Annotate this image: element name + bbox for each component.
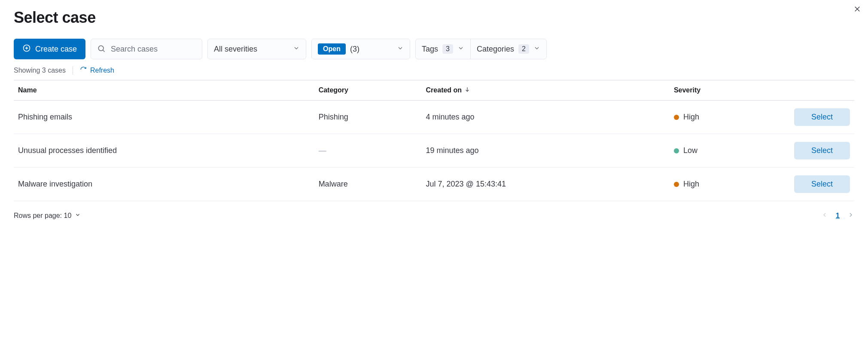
cell-name: Unusual processes identified	[14, 134, 314, 168]
tags-categories-filter: Tags 3 Categories 2	[415, 39, 547, 59]
col-created[interactable]: Created on	[422, 80, 670, 101]
col-created-label: Created on	[426, 86, 462, 94]
categories-filter[interactable]: Categories 2	[471, 39, 546, 59]
status-badge: Open	[318, 43, 346, 55]
categories-count-badge: 2	[518, 44, 529, 54]
col-severity[interactable]: Severity	[670, 80, 768, 101]
svg-point-5	[98, 46, 104, 51]
search-icon	[97, 44, 106, 54]
status-row: Showing 3 cases Refresh	[14, 66, 854, 75]
rows-per-page[interactable]: Rows per page: 10	[14, 212, 81, 220]
page-number[interactable]: 1	[836, 212, 840, 220]
severity-dot	[674, 148, 679, 153]
severity-label: High	[683, 113, 699, 122]
tags-count-badge: 3	[442, 44, 453, 54]
cases-table: Name Category Created on Severity Phishi…	[14, 80, 854, 201]
col-action	[768, 80, 854, 101]
cell-severity: Low	[670, 134, 768, 168]
cell-category: —	[314, 134, 422, 168]
cell-name: Malware investigation	[14, 168, 314, 201]
tags-filter[interactable]: Tags 3	[416, 39, 470, 59]
severity-label: Low	[683, 146, 697, 155]
table-row: Malware investigation Malware Jul 7, 202…	[14, 168, 854, 201]
showing-count: Showing 3 cases	[14, 67, 66, 74]
severity-filter[interactable]: All severities	[207, 39, 306, 59]
chevron-down-icon	[533, 45, 540, 54]
sort-desc-icon	[464, 86, 470, 94]
severity-dot	[674, 115, 679, 120]
svg-line-6	[103, 50, 105, 52]
col-category[interactable]: Category	[314, 80, 422, 101]
close-icon[interactable]	[853, 5, 861, 14]
cell-created: 4 minutes ago	[422, 101, 670, 134]
table-row: Unusual processes identified — 19 minute…	[14, 134, 854, 168]
categories-filter-label: Categories	[477, 45, 514, 54]
cell-name: Phishing emails	[14, 101, 314, 134]
search-input-wrap[interactable]	[91, 39, 202, 59]
cell-severity: High	[670, 101, 768, 134]
chevron-down-icon	[293, 45, 300, 54]
refresh-icon	[80, 66, 87, 75]
cell-severity: High	[670, 168, 768, 201]
cell-category: Malware	[314, 168, 422, 201]
create-case-label: Create case	[35, 45, 77, 54]
severity-dot	[674, 182, 679, 187]
severity-filter-label: All severities	[214, 45, 257, 54]
table-row: Phishing emails Phishing 4 minutes ago H…	[14, 101, 854, 134]
cell-created: Jul 7, 2023 @ 15:43:41	[422, 168, 670, 201]
rows-per-page-label: Rows per page: 10	[14, 212, 71, 220]
select-button[interactable]: Select	[794, 175, 850, 193]
status-count: (3)	[350, 45, 359, 54]
cell-created: 19 minutes ago	[422, 134, 670, 168]
chevron-down-icon	[397, 45, 404, 54]
severity-label: High	[683, 180, 699, 189]
col-name[interactable]: Name	[14, 80, 314, 101]
next-page-button[interactable]	[847, 211, 854, 220]
page-title: Select case	[14, 9, 854, 27]
chevron-down-icon	[75, 212, 81, 220]
select-button[interactable]: Select	[794, 108, 850, 126]
search-input[interactable]	[111, 45, 196, 54]
chevron-down-icon	[457, 45, 464, 54]
pager: 1	[821, 211, 854, 220]
select-button[interactable]: Select	[794, 142, 850, 159]
status-divider	[73, 66, 73, 75]
plus-circle-icon	[22, 44, 31, 55]
table-footer: Rows per page: 10 1	[14, 211, 854, 220]
create-case-button[interactable]: Create case	[14, 39, 85, 59]
refresh-button[interactable]: Refresh	[80, 66, 114, 75]
cell-category: Phishing	[314, 101, 422, 134]
refresh-label: Refresh	[90, 67, 114, 74]
toolbar: Create case All severities Open (3) Tags…	[14, 39, 854, 59]
tags-filter-label: Tags	[422, 45, 438, 54]
status-filter[interactable]: Open (3)	[311, 39, 410, 59]
prev-page-button[interactable]	[821, 211, 828, 220]
